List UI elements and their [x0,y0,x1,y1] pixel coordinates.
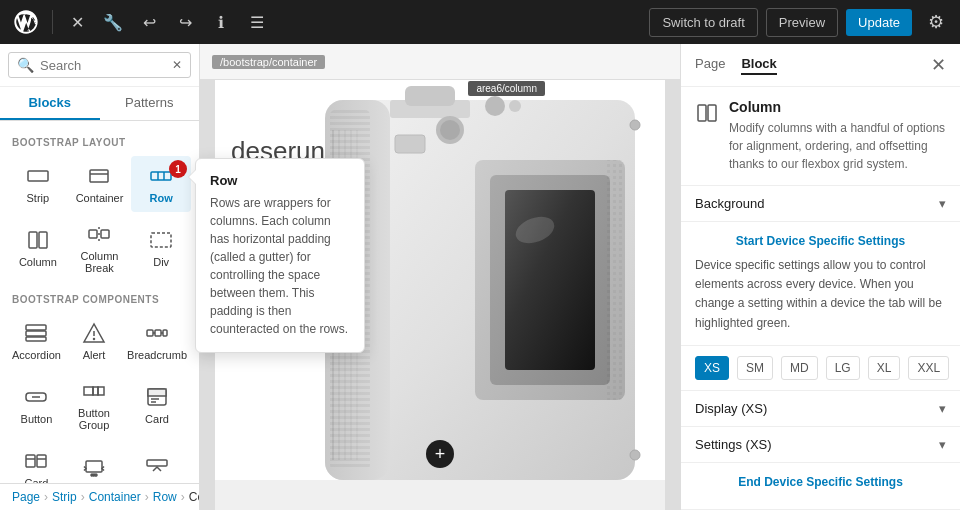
block-title: Column [729,99,946,115]
svg-point-40 [95,474,97,476]
block-item-breadcrumb[interactable]: Breadcrumb [123,313,191,369]
block-item-column-break[interactable]: Column Break [70,214,130,282]
info-icon[interactable]: ℹ [205,6,237,38]
add-block-button[interactable]: + [426,440,454,468]
blocks-scroll: BOOTSTRAP LAYOUT Strip Container [0,121,199,483]
block-item-accordion[interactable]: Accordion [8,313,65,369]
svg-rect-9 [101,230,109,238]
card-label: Card [145,413,169,425]
accordion-icon [24,321,48,345]
area-label: area6/column [468,81,545,96]
tab-block[interactable]: Block [741,56,776,75]
components-blocks-grid: Accordion Alert [0,309,199,483]
switch-draft-button[interactable]: Switch to draft [649,8,757,37]
right-panel-close-button[interactable]: ✕ [931,54,946,76]
display-xs-section-header[interactable]: Display (XS) ▾ [681,391,960,427]
settings-xs-chevron-icon: ▾ [939,437,946,452]
column-icon [26,228,50,252]
settings-gear-icon[interactable]: ⚙ [920,6,952,38]
background-section-header[interactable]: Background ▾ [681,186,960,222]
device-tab-lg[interactable]: LG [826,356,860,380]
block-item-div[interactable]: Div [131,214,191,282]
breadcrumb-container[interactable]: Container [89,490,141,504]
device-tab-xs[interactable]: XS [695,356,729,380]
breadcrumb-strip[interactable]: Strip [52,490,77,504]
breadcrumb-sep-3: › [145,490,149,504]
tools-icon[interactable]: 🔧 [97,6,129,38]
svg-rect-33 [26,455,35,467]
search-clear-icon[interactable]: ✕ [172,58,182,72]
svg-rect-13 [151,233,171,247]
column-break-icon [87,222,111,246]
block-item-row[interactable]: 1 Row [131,156,191,212]
right-panel-header: Page Block ✕ [681,44,960,87]
device-tab-sm[interactable]: SM [737,356,773,380]
device-tab-xxl[interactable]: XXL [908,356,949,380]
tab-page[interactable]: Page [695,56,725,75]
svg-rect-78 [708,105,716,121]
device-settings-start-section: Start Device Specific Settings Device sp… [681,222,960,346]
div-label: Div [153,256,169,268]
svg-rect-21 [163,330,167,336]
svg-rect-34 [37,455,46,467]
preview-button[interactable]: Preview [766,8,838,37]
column-label: Column [19,256,57,268]
breadcrumb-page[interactable]: Page [12,490,40,504]
toolbar-actions: Switch to draft Preview Update ⚙ [649,6,952,38]
block-item-strip[interactable]: Strip [8,156,68,212]
block-item-alert[interactable]: Alert [67,313,121,369]
breadcrumb-row[interactable]: Row [153,490,177,504]
block-item-card[interactable]: Card [123,371,191,439]
settings-xs-section-header[interactable]: Settings (XS) ▾ [681,427,960,463]
svg-rect-28 [98,387,104,395]
wordpress-logo[interactable] [8,4,44,40]
strip-icon [26,164,50,188]
tab-blocks[interactable]: Blocks [0,87,100,120]
device-tab-md[interactable]: MD [781,356,818,380]
block-item-card-group[interactable]: Card Group [8,441,65,483]
toolbar-separator [52,10,53,34]
left-panel: 🔍 ✕ Blocks Patterns BOOTSTRAP LAYOUT Str… [0,44,200,510]
menu-icon[interactable]: ☰ [241,6,273,38]
update-button[interactable]: Update [846,9,912,36]
block-item-button[interactable]: Button [8,371,65,439]
button-label: Button [21,413,53,425]
svg-rect-62 [505,190,595,370]
redo-icon[interactable]: ↪ [169,6,201,38]
block-description: Modify columns with a handful of options… [729,119,946,173]
search-input[interactable] [40,58,166,73]
canvas-bottom-bar [215,480,665,510]
block-info-text: Column Modify columns with a handful of … [729,99,946,173]
block-item-collapse[interactable]: Collapse [123,441,191,483]
device-tab-xl[interactable]: XL [868,356,901,380]
breadcrumb-label: Breadcrumb [127,349,187,361]
svg-rect-57 [405,86,455,106]
breadcrumb-bar: Page › Strip › Container › Row › Column [0,483,199,510]
canvas-top-bar: /bootstrap/container [200,44,680,80]
block-item-button-group[interactable]: Button Group [67,371,121,439]
svg-point-58 [485,96,505,116]
block-info-section: Column Modify columns with a handful of … [681,87,960,186]
card-group-label: Card Group [12,477,61,483]
canvas-top-label: /bootstrap/container [212,55,325,69]
card-icon [145,385,169,409]
block-item-column[interactable]: Column [8,214,68,282]
close-icon[interactable]: ✕ [61,6,93,38]
undo-icon[interactable]: ↩ [133,6,165,38]
svg-rect-20 [155,330,161,336]
device-settings-end-section: End Device Specific Settings [681,463,960,510]
block-item-carousel[interactable]: Carousel [67,441,121,483]
right-panel-scroll: Column Modify columns with a handful of … [681,87,960,510]
svg-point-65 [440,120,460,140]
right-panel-tabs: Page Block [695,56,777,75]
search-input-wrap: 🔍 ✕ [8,52,191,78]
block-item-container[interactable]: Container [70,156,130,212]
svg-rect-15 [26,331,46,336]
accordion-label: Accordion [12,349,61,361]
tab-patterns[interactable]: Patterns [100,87,200,120]
breadcrumb-sep-2: › [81,490,85,504]
svg-rect-77 [698,105,706,121]
svg-rect-7 [39,232,47,248]
div-icon [149,228,173,252]
container-icon [87,164,111,188]
